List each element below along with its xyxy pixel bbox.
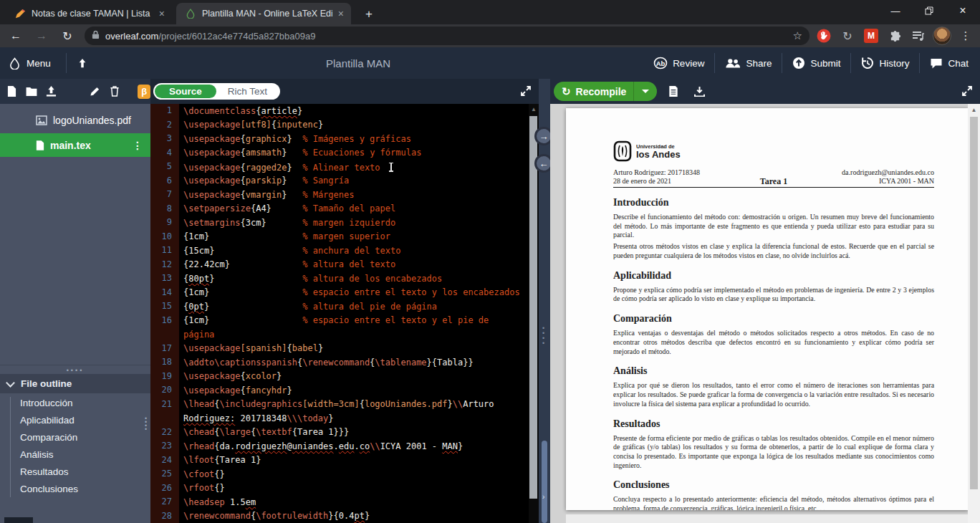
new-folder-icon[interactable] [24, 83, 39, 100]
code-line[interactable]: 10{1cm} % margen superior [150, 230, 529, 244]
file-item-logo-pdf[interactable]: logoUniandes.pdf [0, 108, 150, 132]
outline-resize-handle[interactable]: •••• [0, 365, 150, 374]
code-line[interactable]: 28\renewcommand{\footrulewidth}{0.4pt} [150, 509, 529, 523]
back-to-projects-button[interactable] [69, 47, 96, 79]
code-line[interactable]: 26\rfoot{} [150, 481, 529, 496]
code-line[interactable]: 12{22.42cm} % altura del texto [150, 258, 529, 272]
code-line[interactable]: 23\rhead{da.rodriguezh@uniandes.edu.co\\… [150, 439, 529, 454]
code-line[interactable]: 17\usepackage[spanish]{babel} [150, 342, 529, 356]
code-line[interactable]: 1\documentclass{article} [150, 104, 529, 118]
panel-divider[interactable]: → ← •••• › [539, 79, 550, 523]
divider-chevron-icon[interactable]: › [542, 493, 544, 501]
mendeley-extension-icon[interactable]: M [862, 27, 880, 45]
upload-icon[interactable] [44, 83, 59, 100]
adblock-extension-icon[interactable] [815, 27, 833, 45]
reload-icon[interactable]: ↻ [57, 26, 77, 46]
code-line[interactable]: 8\setpapersize{A4} % Tamaño del papel [150, 202, 529, 216]
tab-source[interactable]: Source [155, 85, 216, 98]
window-close-button[interactable]: × [946, 0, 979, 21]
editor-fullscreen-icon[interactable] [520, 85, 532, 100]
browser-tab-overleaf[interactable]: Plantilla MAN - Online LaTeX Edit × [176, 3, 351, 24]
editor-scrollbar-thumb[interactable] [529, 116, 537, 499]
code-line[interactable]: 2\usepackage[utf8]{inputenc} [150, 118, 529, 133]
code-line[interactable]: 21\lhead{\includegraphics[width=3cm]{log… [150, 398, 529, 412]
submit-button[interactable]: Submit [782, 47, 850, 79]
code-line[interactable]: 16{1cm} % espacio entre el texto y el pi… [150, 314, 529, 328]
scroll-up-icon[interactable]: ▲ [968, 107, 980, 113]
recompile-dropdown-icon[interactable] [642, 90, 649, 93]
tab-close-icon[interactable]: × [159, 8, 165, 19]
code-line[interactable]: 14{1cm} % espacio entre el texto y los e… [150, 286, 529, 300]
chat-button[interactable]: Chat [920, 47, 979, 79]
code-editor[interactable]: 1\documentclass{article}2\usepackage[utf… [150, 104, 529, 523]
back-icon[interactable]: ← [6, 26, 26, 46]
scroll-up-icon[interactable]: ▲ [529, 106, 539, 112]
extensions-puzzle-icon[interactable] [885, 27, 904, 45]
browser-tab-notas[interactable]: Notas de clase TAMAN | Lista × [6, 3, 172, 24]
code-line[interactable]: 5\usepackage{ragged2e} % Alinear texto [150, 160, 529, 174]
divider-thumb[interactable] [542, 441, 547, 523]
delete-trash-icon[interactable] [107, 83, 122, 100]
rename-pencil-icon[interactable] [87, 83, 102, 100]
project-title[interactable]: Plantilla MAN [272, 47, 444, 79]
outline-item[interactable]: Introducción [0, 395, 150, 412]
code-line[interactable]: 3\usepackage{graphicx} % Imágenes y gráf… [150, 132, 529, 146]
code-line[interactable]: 4\usepackage{amsmath} % Ecuaciones y fór… [150, 146, 529, 160]
tab-rich-text[interactable]: Rich Text [216, 85, 279, 98]
code-line[interactable]: 20\usepackage{fancyhdr} [150, 383, 529, 398]
divider-grip[interactable]: •••• [542, 326, 544, 346]
window-restore-button[interactable] [913, 0, 946, 21]
window-minimize-button[interactable]: — [879, 0, 912, 21]
pdf-section-heading: Resultados [613, 418, 934, 430]
bookmark-star-icon[interactable]: ☆ [793, 29, 802, 42]
code-line[interactable]: Rodriguez: 201718348\\\today} [150, 411, 529, 426]
review-button[interactable]: Ab Review [643, 47, 714, 79]
outline-item[interactable]: Aplicabilidad [0, 412, 150, 429]
pdf-viewport[interactable]: Universidad de los Andes Arturo Rodrigue… [550, 104, 980, 523]
file-menu-icon[interactable]: ⋮ [133, 140, 143, 151]
pdf-fullscreen-icon[interactable] [961, 85, 973, 100]
code-line[interactable]: 27\headsep 1.5em [150, 495, 529, 509]
code-line[interactable]: 6\usepackage{parskip} % Sangría [150, 174, 529, 188]
code-line[interactable]: 15{0pt} % altura del pie de página [150, 299, 529, 314]
view-logs-icon[interactable] [664, 82, 683, 101]
tab-close-icon[interactable]: × [338, 8, 344, 19]
download-pdf-icon[interactable] [690, 82, 708, 101]
code-line[interactable]: 18\addto\captionsspanish{\renewcommand{\… [150, 355, 529, 370]
history-button[interactable]: History [851, 47, 919, 79]
code-line[interactable]: 9\setmargins{3cm} % margen izquierdo [150, 216, 529, 230]
code-line[interactable]: 22\chead{\large{\textbf{Tarea 1}}} [150, 426, 529, 440]
sidebar-resize-grip[interactable]: •••• [145, 417, 147, 431]
code-line[interactable]: 7\usepackage{vmargin} % Márgenes [150, 188, 529, 202]
code-line[interactable]: 24\lfoot{Tarea 1} [150, 454, 529, 468]
code-text: {22.42cm} % altura del texto [179, 259, 395, 269]
code-line[interactable]: página [150, 327, 529, 342]
outline-item[interactable]: Conclusiones [0, 481, 150, 498]
code-line[interactable]: 19\usepackage{xcolor} [150, 370, 529, 384]
file-name: logoUniandes.pdf [53, 115, 131, 126]
file-item-main-tex[interactable]: main.tex ⋮ [0, 133, 150, 157]
code-line[interactable]: 13{80pt} % altura de los encabezados [150, 272, 529, 286]
outline-item[interactable]: Análisis [0, 446, 150, 464]
outline-item[interactable]: Resultados [0, 464, 150, 481]
playlist-extension-icon[interactable] [909, 27, 928, 45]
app-window: Notas de clase TAMAN | Lista × Plantilla… [0, 0, 980, 523]
code-line[interactable]: 25\cfoot{} [150, 467, 529, 481]
forward-icon[interactable]: → [32, 26, 52, 46]
profile-avatar[interactable] [933, 27, 951, 45]
outline-item[interactable]: Comparación [0, 429, 150, 446]
file-outline-header[interactable]: File outline [0, 374, 150, 393]
recompile-button[interactable]: ↻ Recompile [554, 82, 657, 101]
pdf-scrollbar-thumb[interactable] [970, 117, 978, 489]
address-bar[interactable]: overleaf.com/project/6012ac4e774d5a827bb… [85, 27, 810, 45]
pdf-scrollbar[interactable]: ▲ [968, 104, 980, 523]
browser-menu-icon[interactable]: ⋮ [956, 27, 975, 45]
share-button[interactable]: Share [715, 47, 782, 79]
line-number: 19 [150, 370, 179, 384]
new-tab-button[interactable]: + [360, 5, 378, 24]
code-line[interactable]: 11{15cm} % anchura del texto [150, 244, 529, 258]
menu-button[interactable]: Menu [0, 47, 59, 79]
sync-extension-icon[interactable]: ↻ [838, 27, 857, 45]
new-file-icon[interactable] [4, 83, 19, 100]
beta-badge[interactable]: β [138, 85, 150, 99]
